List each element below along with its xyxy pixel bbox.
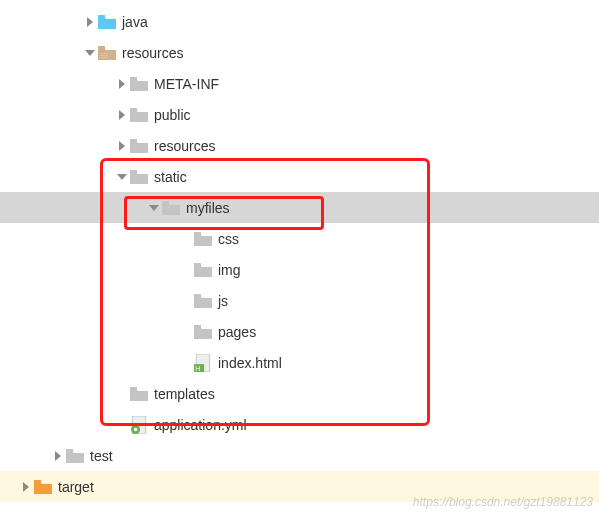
chevron-right-icon[interactable]	[50, 448, 66, 464]
tree-row-index-html[interactable]: H index.html	[0, 347, 599, 378]
folder-icon	[194, 231, 212, 247]
tree-label: templates	[154, 386, 215, 402]
svg-rect-10	[194, 232, 201, 235]
svg-rect-17	[130, 387, 137, 390]
tree-row-js[interactable]: js	[0, 285, 599, 316]
folder-icon	[194, 293, 212, 309]
svg-rect-22	[34, 480, 41, 483]
svg-rect-0	[98, 15, 105, 18]
tree-label: java	[122, 14, 148, 30]
tree-row-public[interactable]: public	[0, 99, 599, 130]
resources-folder-icon	[98, 45, 116, 61]
svg-rect-7	[130, 139, 137, 142]
chevron-right-icon[interactable]	[18, 479, 34, 495]
folder-icon	[130, 138, 148, 154]
tree-label: target	[58, 479, 94, 495]
folder-icon	[66, 448, 84, 464]
folder-icon	[130, 386, 148, 402]
chevron-right-icon[interactable]	[114, 107, 130, 123]
tree-label: static	[154, 169, 187, 185]
svg-rect-21	[66, 449, 73, 452]
folder-icon	[194, 324, 212, 340]
tree-label: public	[154, 107, 191, 123]
tree-label: META-INF	[154, 76, 219, 92]
chevron-right-icon[interactable]	[82, 14, 98, 30]
watermark: https://blog.csdn.net/gzt19881123	[413, 495, 593, 509]
svg-rect-2	[100, 53, 108, 54]
tree-label: resources	[154, 138, 215, 154]
folder-icon	[130, 107, 148, 123]
tree-row-pages[interactable]: pages	[0, 316, 599, 347]
svg-rect-6	[130, 108, 137, 111]
svg-rect-5	[130, 77, 137, 80]
tree-row-meta-inf[interactable]: META-INF	[0, 68, 599, 99]
html-file-icon: H	[194, 355, 212, 371]
svg-rect-13	[194, 325, 201, 328]
svg-rect-11	[194, 263, 201, 266]
tree-row-css[interactable]: css	[0, 223, 599, 254]
chevron-down-icon[interactable]	[114, 169, 130, 185]
tree-row-java[interactable]: java	[0, 6, 599, 37]
tree-row-static[interactable]: static	[0, 161, 599, 192]
chevron-down-icon[interactable]	[82, 45, 98, 61]
target-folder-icon	[34, 479, 52, 495]
svg-rect-8	[130, 170, 137, 173]
chevron-right-icon[interactable]	[114, 76, 130, 92]
folder-icon	[98, 14, 116, 30]
folder-icon	[194, 262, 212, 278]
tree-label: myfiles	[186, 200, 230, 216]
svg-rect-4	[100, 57, 108, 58]
svg-rect-3	[100, 55, 108, 56]
chevron-down-icon[interactable]	[146, 200, 162, 216]
folder-icon	[162, 200, 180, 216]
tree-row-img[interactable]: img	[0, 254, 599, 285]
chevron-right-icon[interactable]	[114, 138, 130, 154]
folder-icon	[130, 169, 148, 185]
tree-row-resources[interactable]: resources	[0, 37, 599, 68]
tree-label: pages	[218, 324, 256, 340]
svg-point-20	[134, 427, 137, 430]
tree-label: img	[218, 262, 241, 278]
tree-label: test	[90, 448, 113, 464]
tree-row-myfiles[interactable]: myfiles	[0, 192, 599, 223]
tree-label: resources	[122, 45, 183, 61]
tree-label: css	[218, 231, 239, 247]
tree-label: application.yml	[154, 417, 247, 433]
tree-row-test[interactable]: test	[0, 440, 599, 471]
svg-rect-12	[194, 294, 201, 297]
file-tree: java resources META-INF public resources…	[0, 0, 599, 502]
svg-text:H: H	[195, 364, 200, 371]
tree-label: index.html	[218, 355, 282, 371]
yml-file-icon	[130, 417, 148, 433]
svg-rect-1	[98, 46, 105, 49]
tree-row-resources2[interactable]: resources	[0, 130, 599, 161]
svg-rect-9	[162, 201, 169, 204]
folder-icon	[130, 76, 148, 92]
tree-label: js	[218, 293, 228, 309]
tree-row-application-yml[interactable]: application.yml	[0, 409, 599, 440]
tree-row-templates[interactable]: templates	[0, 378, 599, 409]
